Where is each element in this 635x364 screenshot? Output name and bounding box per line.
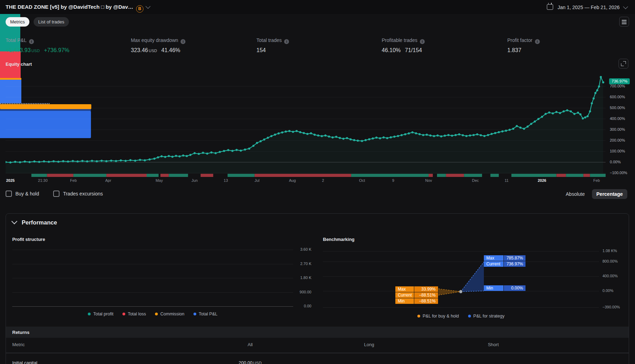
menu-icon <box>622 20 627 21</box>
strategy-max-value: 785.87% <box>504 255 525 261</box>
profit-gridline <box>12 264 293 264</box>
bench-y-tick: 400.00% <box>602 274 618 278</box>
equity-x-tick: 2025 <box>0 178 23 183</box>
profit-legend: Total profitTotal lossCommissionTotal P&… <box>12 312 293 316</box>
trade-strip-segment <box>106 174 147 177</box>
legend-dot <box>468 315 471 317</box>
strategy-min-key: Min <box>484 285 503 291</box>
buyhold-min-value: −88.51% <box>414 298 438 304</box>
col-header-short: Short <box>481 342 506 347</box>
equity-x-tick: 13 <box>213 178 238 183</box>
equity-x-tick: 11 <box>494 178 519 183</box>
metric-total-trades: Total tradesi 154 <box>256 37 289 53</box>
chevron-down-icon <box>623 4 628 9</box>
returns-title: Returns <box>12 330 29 335</box>
tab-metrics[interactable]: Metrics <box>6 17 29 27</box>
equity-x-tick: Jun <box>182 178 207 183</box>
equity-chart[interactable] <box>6 70 606 177</box>
strategy-max-key: Max <box>484 255 503 261</box>
equity-x-tick: May <box>147 178 171 183</box>
value-mode-toggle: Absolute Percentage <box>566 189 627 199</box>
info-icon[interactable]: i <box>29 39 34 44</box>
trade-strip-segment <box>147 174 158 177</box>
equity-y-tick: 0.00% <box>610 160 632 164</box>
metric-value: 46.10% <box>382 47 401 53</box>
collapse-chevron-icon[interactable] <box>12 219 17 224</box>
profit-y-tick: 0.00 <box>294 304 311 308</box>
table-divider <box>6 353 629 353</box>
row-initial-capital-label: Initial capital <box>12 360 37 364</box>
metric-label: Total P&L <box>6 37 27 43</box>
performance-header[interactable]: Performance <box>12 219 57 226</box>
legend-item[interactable]: Total profit <box>88 312 113 316</box>
expand-chart-button[interactable] <box>619 59 628 69</box>
legend-dot <box>122 313 125 315</box>
bench-legend: P&L for buy & holdP&L for strategy <box>323 314 599 319</box>
info-icon[interactable]: i <box>535 39 540 44</box>
col-header-metric: Metric <box>12 342 24 347</box>
equity-y-tick: 600.00% <box>610 95 632 99</box>
col-header-long: Long <box>357 342 381 347</box>
trade-strip-segment <box>590 174 606 177</box>
buy-hold-label[interactable]: Buy & hold <box>15 191 39 197</box>
returns-section-header[interactable]: Returns <box>6 327 629 338</box>
trade-strip-segment <box>464 174 482 177</box>
percentage-button[interactable]: Percentage <box>592 189 627 199</box>
profit-y-tick: 900.00 <box>294 290 311 294</box>
trade-strip-segment <box>47 174 73 177</box>
info-icon[interactable]: i <box>181 39 185 44</box>
legend-item[interactable]: Total loss <box>122 312 146 316</box>
equity-current-value-badge: 736.97% <box>609 78 630 84</box>
trade-strip-segment <box>255 174 351 177</box>
date-range-selector[interactable]: Jan 1, 2025 — Feb 21, 2026 <box>547 4 627 10</box>
trade-strip-segment <box>351 174 429 177</box>
trade-strip-segment <box>511 174 557 177</box>
performance-title: Performance <box>22 219 57 226</box>
trades-excursions-checkbox[interactable] <box>53 191 59 197</box>
metric-value: +1,473.93 <box>6 47 31 53</box>
legend-item[interactable]: Commission <box>155 312 184 316</box>
strategy-tester-panel: THE DEAD ZONE [v5] by @DavidTech □ by @D… <box>0 0 635 364</box>
metric-profit-factor: Profit factori 1.837 <box>507 37 540 53</box>
info-icon[interactable]: i <box>420 39 425 44</box>
bench-gridline <box>323 262 599 262</box>
equity-y-tick: 300.00% <box>610 127 632 131</box>
legend-item[interactable]: P&L for buy & hold <box>417 314 459 319</box>
trade-strip-segment <box>169 174 188 177</box>
equity-chart-title: Equity chart <box>6 62 32 67</box>
bench-gridline <box>323 251 599 251</box>
trades-excursions-label[interactable]: Trades excursions <box>63 191 103 197</box>
chevron-down-icon[interactable] <box>146 4 150 9</box>
bench-gridline <box>323 276 599 277</box>
buy-hold-checkbox[interactable] <box>6 191 12 197</box>
equity-x-tick: 21:30 <box>30 178 55 183</box>
col-header-all: All <box>238 342 262 347</box>
equity-x-tick: Apr <box>96 178 120 183</box>
legend-item[interactable]: P&L for strategy <box>468 314 505 319</box>
legend-dot <box>88 313 91 315</box>
absolute-button[interactable]: Absolute <box>566 191 585 197</box>
info-icon[interactable]: i <box>284 39 289 44</box>
profit-y-tick: 3.60 K <box>294 247 311 251</box>
metric-label: Max equity drawdown <box>131 37 178 43</box>
layout-settings-button[interactable] <box>619 17 629 27</box>
strategy-title[interactable]: THE DEAD ZONE [v5] by @DavidTech □ by @D… <box>6 4 150 13</box>
metric-value: 154 <box>256 47 266 53</box>
profit-gridline <box>12 278 293 278</box>
trade-strip-segment <box>556 174 566 177</box>
equity-x-tick: Aug <box>280 178 305 183</box>
metric-label: Profit factor <box>507 37 532 43</box>
legend-item[interactable]: Total P&L <box>193 312 218 316</box>
equity-x-tick: Feb <box>584 178 609 183</box>
tab-list-of-trades[interactable]: List of trades <box>34 17 69 27</box>
trade-strip-segment <box>437 174 446 177</box>
bench-gridline <box>323 307 599 308</box>
metric-secondary: +736.97% <box>44 47 70 53</box>
equity-x-tick: Oct <box>350 178 374 183</box>
profit-y-tick: 2.70 K <box>294 262 311 266</box>
date-range-text: Jan 1, 2025 — Feb 21, 2026 <box>558 5 620 10</box>
equity-y-tick: 700.00% <box>610 84 632 88</box>
trade-strip-segment <box>200 174 213 177</box>
metric-label: Profitable trades <box>382 37 417 43</box>
profit-gridline <box>12 250 293 250</box>
